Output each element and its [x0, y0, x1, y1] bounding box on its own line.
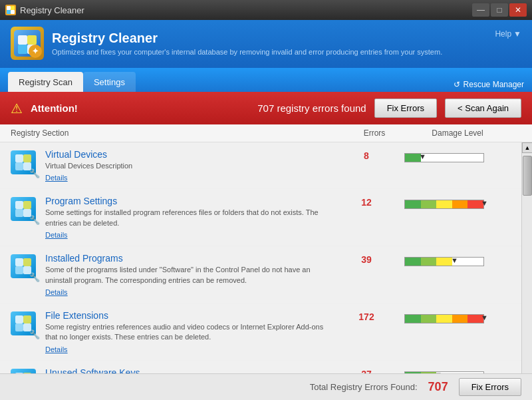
rescue-icon: ↺	[454, 80, 460, 89]
fix-errors-top-button[interactable]: Fix Errors	[374, 99, 437, 118]
wrench-icon: 🔧	[29, 168, 40, 178]
svg-rect-2	[7, 10, 11, 14]
title-bar-text: Registry Cleaner	[20, 5, 84, 15]
svg-rect-21	[15, 266, 23, 274]
registry-item: 🔧 File Extensions Some registry entries …	[0, 303, 521, 361]
item-details-virtual-devices[interactable]: Details	[45, 174, 329, 182]
tab-bar: Registry Scan Settings ↺ Rescue Manager	[0, 68, 532, 92]
title-bar-left: Registry Cleaner	[5, 5, 84, 15]
svg-rect-20	[23, 258, 31, 266]
scan-again-button[interactable]: < Scan Again	[445, 99, 521, 118]
app-icon	[5, 5, 16, 15]
scroll-thumb[interactable]	[523, 156, 532, 196]
item-title-virtual-devices[interactable]: Virtual Devices	[45, 149, 107, 160]
registry-items-list: 🔧 Virtual Devices Virtual Devices Descri…	[0, 142, 521, 400]
fix-errors-bottom-button[interactable]: Fix Errors	[459, 378, 521, 396]
col-header-damage: Damage Level	[404, 128, 511, 138]
attention-bar: ⚠ Attention! 707 registry errors found F…	[0, 92, 532, 124]
item-icon-file-extensions: 🔧	[11, 311, 37, 338]
minimize-button[interactable]: —	[472, 3, 489, 17]
footer-error-count: 707	[428, 380, 448, 394]
item-details-program-settings[interactable]: Details	[45, 231, 329, 239]
registry-item: 🔧 Virtual Devices Virtual Devices Descri…	[0, 142, 521, 189]
tab-registry-scan[interactable]: Registry Scan	[8, 72, 83, 92]
svg-rect-3	[11, 10, 15, 14]
svg-rect-13	[15, 162, 23, 170]
help-dropdown-icon: ▼	[513, 29, 521, 39]
svg-rect-25	[15, 323, 23, 331]
item-content-virtual-devices: Virtual Devices Virtual Devices Descript…	[45, 149, 329, 182]
item-content-program-settings: Program Settings Some settings for insta…	[45, 196, 329, 239]
attention-message: 707 registry errors found	[257, 102, 366, 114]
items-area: 🔧 Virtual Devices Virtual Devices Descri…	[0, 142, 532, 400]
svg-text:✦: ✦	[32, 47, 39, 56]
scroll-up-button[interactable]: ▲	[522, 142, 532, 153]
wrench-icon: 🔧	[29, 272, 40, 282]
footer-label: Total Registry Errors Found:	[310, 382, 418, 392]
item-details-file-extensions[interactable]: Details	[45, 345, 329, 353]
attention-label: Attention!	[31, 102, 249, 114]
item-desc-file-extensions: Some registry entries references audio a…	[45, 322, 329, 343]
maximize-button[interactable]: □	[491, 3, 508, 17]
item-errors-installed-programs: 39	[336, 253, 396, 265]
svg-rect-6	[27, 35, 37, 45]
item-damage-virtual-devices: ▼	[404, 149, 511, 164]
header-subtitle: Optimizes and fixes your computer's inte…	[52, 48, 442, 56]
header-title: Registry Cleaner	[52, 31, 442, 46]
footer: Total Registry Errors Found: 707 Fix Err…	[0, 373, 532, 400]
item-icon-program-settings: 🔧	[11, 197, 37, 224]
item-title-installed-programs[interactable]: Installed Programs	[45, 253, 123, 264]
header-text-block: Registry Cleaner Optimizes and fixes you…	[52, 31, 442, 56]
item-errors-file-extensions: 172	[336, 310, 396, 322]
window-controls: — □ ✕	[472, 3, 527, 17]
item-content-installed-programs: Installed Programs Some of the programs …	[45, 253, 329, 296]
registry-item: 🔧 Program Settings Some settings for ins…	[0, 189, 521, 246]
rescue-manager-button[interactable]: ↺ Rescue Manager	[454, 80, 524, 89]
wrench-icon: 🔧	[29, 215, 40, 225]
item-icon-installed-programs: 🔧	[11, 254, 37, 281]
col-header-errors: Errors	[344, 128, 404, 138]
item-damage-installed-programs: ▼	[404, 253, 511, 268]
item-errors-virtual-devices: 8	[336, 149, 396, 161]
svg-rect-7	[18, 45, 27, 54]
svg-rect-24	[23, 315, 31, 323]
col-header-scroll-spacer	[511, 128, 521, 138]
item-title-program-settings[interactable]: Program Settings	[45, 196, 117, 206]
app-header: ✦ Registry Cleaner Optimizes and fixes y…	[0, 20, 532, 68]
scrollbar[interactable]: ▲ ▼	[521, 142, 532, 400]
item-desc-program-settings: Some settings for installed program refe…	[45, 208, 329, 228]
item-title-file-extensions[interactable]: File Extensions	[45, 310, 108, 321]
svg-rect-19	[15, 258, 23, 266]
svg-rect-1	[11, 6, 15, 10]
item-damage-program-settings: ▼	[404, 196, 511, 210]
registry-item: 🔧 Installed Programs Some of the program…	[0, 246, 521, 303]
item-desc-installed-programs: Some of the programs listed under "Softw…	[45, 265, 329, 286]
wrench-icon: 🔧	[29, 329, 40, 339]
item-desc-virtual-devices: Virtual Devices Description	[45, 161, 329, 171]
item-errors-program-settings: 12	[336, 196, 396, 208]
app-container: Registry Cleaner — □ ✕	[0, 0, 532, 400]
attention-icon: ⚠	[11, 100, 23, 116]
column-headers: Registry Section Errors Damage Level	[0, 124, 532, 142]
svg-rect-17	[15, 209, 23, 217]
svg-rect-0	[7, 6, 11, 10]
tabs-container: Registry Scan Settings	[8, 68, 136, 92]
col-header-section: Registry Section	[11, 128, 344, 138]
item-damage-file-extensions: ▼	[404, 310, 511, 325]
item-details-installed-programs[interactable]: Details	[45, 288, 329, 296]
svg-rect-16	[23, 201, 31, 209]
header-left: ✦ Registry Cleaner Optimizes and fixes y…	[11, 27, 442, 60]
svg-rect-5	[18, 35, 27, 45]
item-icon-virtual-devices: 🔧	[11, 150, 37, 177]
scroll-track[interactable]	[522, 153, 532, 389]
svg-rect-12	[23, 154, 31, 162]
svg-rect-23	[15, 315, 23, 323]
title-bar: Registry Cleaner — □ ✕	[0, 0, 532, 20]
tab-settings[interactable]: Settings	[83, 72, 136, 92]
help-button[interactable]: Help ▼	[495, 29, 521, 39]
svg-rect-15	[15, 201, 23, 209]
close-button[interactable]: ✕	[509, 3, 527, 17]
svg-rect-11	[15, 154, 23, 162]
item-content-file-extensions: File Extensions Some registry entries re…	[45, 310, 329, 353]
header-app-icon: ✦	[11, 27, 44, 60]
